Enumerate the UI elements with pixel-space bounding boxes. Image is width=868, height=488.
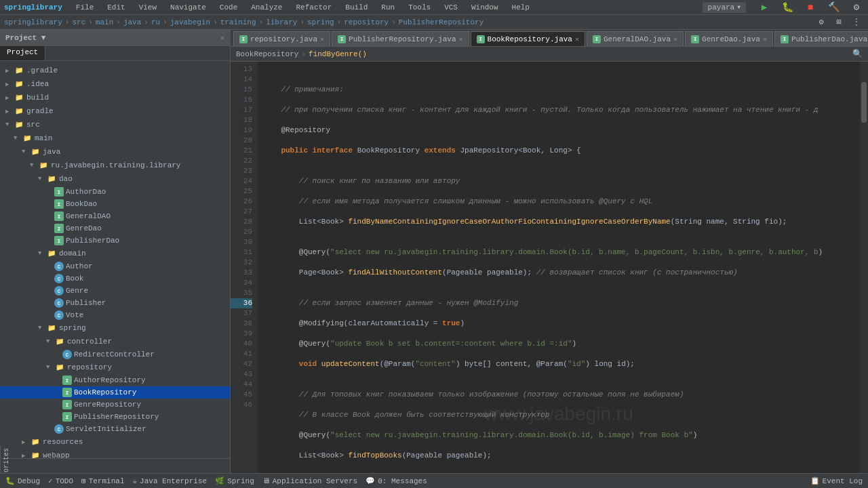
breadcrumb-springlibrary[interactable]: springlibrary bbox=[4, 18, 62, 26]
tree-item-publisher[interactable]: ▶ C Publisher bbox=[0, 297, 230, 309]
tree-item-redirectcontroller[interactable]: ▶ C RedirectController bbox=[0, 348, 230, 361]
menu-vcs[interactable]: VCS bbox=[441, 2, 460, 13]
code-line-17: public interface BookRepository extends … bbox=[263, 146, 854, 156]
breadcrumb-publisher-repository[interactable]: PublisherRepository bbox=[399, 18, 484, 26]
tab-icon-repository: I bbox=[239, 35, 248, 43]
status-debug[interactable]: 🐛 Debug bbox=[5, 476, 40, 485]
breadcrumb-main[interactable]: main bbox=[96, 18, 113, 26]
editor-breadcrumb-method[interactable]: findByGenre() bbox=[309, 50, 367, 58]
status-spring[interactable]: 🌿 Spring bbox=[215, 476, 254, 485]
tree-item-book[interactable]: ▶ C Book bbox=[0, 272, 230, 285]
tree-item-vote[interactable]: ▶ C Vote bbox=[0, 309, 230, 321]
menu-navigate[interactable]: Navigate bbox=[167, 2, 209, 13]
code-line-15: // при получении списка книг - контент д… bbox=[263, 105, 854, 115]
tree-item-package[interactable]: ▼ 📁 ru.javabegin.training.library bbox=[0, 159, 230, 172]
sidebar-bottom-tabs: Favorites bbox=[0, 458, 230, 473]
status-terminal[interactable]: ⊞ Terminal bbox=[81, 476, 124, 485]
menu-file[interactable]: File bbox=[73, 2, 96, 13]
breadcrumb-training[interactable]: training bbox=[220, 18, 256, 26]
tree-item-bookdao[interactable]: ▶ I BookDao bbox=[0, 198, 230, 210]
tree-item-generaldao[interactable]: ▶ I GeneralDAO bbox=[0, 210, 230, 222]
build-button[interactable]: 🔨 bbox=[826, 0, 841, 15]
breadcrumb-library[interactable]: library bbox=[266, 18, 297, 26]
tab-close-book[interactable]: ✕ bbox=[575, 35, 579, 43]
menu-refactor[interactable]: Refactor bbox=[293, 2, 334, 13]
status-app-servers[interactable]: 🖥 Application Servers bbox=[262, 476, 357, 485]
status-todo[interactable]: ✓ TODO bbox=[48, 476, 73, 485]
code-text[interactable]: // примечания: // при получении списка к… bbox=[258, 62, 860, 473]
tree-item-dao[interactable]: ▼ 📁 dao bbox=[0, 172, 230, 186]
menu-build[interactable]: Build bbox=[342, 2, 370, 13]
status-java-enterprise[interactable]: ☕ Java Enterprise bbox=[132, 476, 207, 485]
tree-item-main[interactable]: ▼ 📁 main bbox=[0, 131, 230, 145]
tree-item-author[interactable]: ▶ C Author bbox=[0, 260, 230, 272]
tab-close-publisher[interactable]: ✕ bbox=[459, 35, 463, 43]
breadcrumb-src[interactable]: src bbox=[72, 18, 85, 26]
more-button[interactable]: ⚙ bbox=[849, 0, 864, 15]
tree-item-build[interactable]: ▶ 📁 build bbox=[0, 91, 230, 104]
menu-view[interactable]: View bbox=[136, 2, 159, 13]
menu-window[interactable]: Window bbox=[469, 2, 501, 13]
tree-item-servletinitializer[interactable]: ▶ C ServletInitializer bbox=[0, 423, 230, 435]
tab-close-generaldao[interactable]: ✕ bbox=[673, 35, 677, 43]
editor-tab-genre-dao[interactable]: I GenreDao.java ✕ bbox=[685, 31, 773, 46]
tree-item-publisherdao[interactable]: ▶ I PublisherDao bbox=[0, 235, 230, 247]
tree-item-resources[interactable]: ▶ 📁 resources bbox=[0, 435, 230, 449]
todo-icon: ✓ bbox=[48, 476, 53, 485]
scrollbar-right[interactable] bbox=[860, 62, 868, 473]
tree-item-controller[interactable]: ▼ 📁 controller bbox=[0, 335, 230, 348]
sidebar-tab-project[interactable]: Project bbox=[0, 46, 45, 60]
menu-code[interactable]: Code bbox=[217, 2, 240, 13]
tree-item-idea[interactable]: ▶ 📁 .idea bbox=[0, 77, 230, 91]
settings-icon[interactable]: ⚙ bbox=[814, 15, 829, 30]
breadcrumb-java[interactable]: java bbox=[123, 18, 141, 26]
line-numbers: 13 14 15 16 17 18 19 20 21 22 23 24 25 2… bbox=[231, 62, 258, 473]
run-button[interactable]: ▶ bbox=[757, 0, 772, 15]
tree-item-genre[interactable]: ▶ C Genre bbox=[0, 285, 230, 297]
tree-item-repository[interactable]: ▼ 📁 repository bbox=[0, 361, 230, 374]
status-event-log[interactable]: 📋 Event Log bbox=[810, 476, 863, 485]
menu-help[interactable]: Help bbox=[509, 2, 532, 13]
tree-item-webapp[interactable]: ▶ 📁 webapp bbox=[0, 449, 230, 458]
status-messages[interactable]: 💬 0: Messages bbox=[366, 476, 427, 485]
tab-close-genredao[interactable]: ✕ bbox=[763, 35, 767, 43]
breadcrumb-repository[interactable]: repository bbox=[344, 18, 389, 26]
debug-button[interactable]: 🐛 bbox=[780, 0, 795, 15]
tree-item-gradle2[interactable]: ▶ 📁 gradle bbox=[0, 104, 230, 118]
editor-tab-repository[interactable]: I repository.java ✕ bbox=[233, 31, 330, 46]
tab-close-repository[interactable]: ✕ bbox=[320, 35, 324, 43]
tree-item-publisherrepository[interactable]: ▶ I PublisherRepository bbox=[0, 411, 230, 423]
editor-tab-publisher-repository[interactable]: I PublisherRepository.java ✕ bbox=[332, 31, 469, 46]
tree-item-java[interactable]: ▼ 📁 java bbox=[0, 145, 230, 159]
tree-item-authorrepository[interactable]: ▶ I AuthorRepository bbox=[0, 374, 230, 386]
editor-tab-general-dao[interactable]: I GeneralDAO.java ✕ bbox=[587, 31, 684, 46]
menu-run[interactable]: Run bbox=[378, 2, 397, 13]
tree-item-genrerepository[interactable]: ▶ I GenreRepository bbox=[0, 399, 230, 411]
menu-tools[interactable]: Tools bbox=[406, 2, 433, 13]
tree-item-src[interactable]: ▼ 📁 src bbox=[0, 118, 230, 131]
sidebar-close-icon[interactable]: ✕ bbox=[220, 34, 224, 42]
more-options-icon[interactable]: ⋮ bbox=[849, 15, 864, 30]
editor-breadcrumb-class[interactable]: BookRepository bbox=[236, 50, 298, 58]
breadcrumb-ru[interactable]: ru bbox=[151, 18, 160, 26]
sidebar-bottom-favorites[interactable]: Favorites bbox=[0, 445, 12, 474]
breadcrumb-javabegin[interactable]: javabegin bbox=[170, 18, 210, 26]
tab-icon-book: I bbox=[477, 35, 485, 43]
tree-item-authordao[interactable]: ▶ I AuthorDao bbox=[0, 186, 230, 198]
code-line-26: // если запрос изменяет данные - нужен @… bbox=[263, 298, 854, 308]
run-config[interactable]: payara ▼ bbox=[703, 2, 746, 13]
menu-edit[interactable]: Edit bbox=[104, 2, 127, 13]
stop-button[interactable]: ■ bbox=[803, 0, 818, 15]
expand-icon[interactable]: ⊞ bbox=[831, 15, 846, 30]
tree-item-domain[interactable]: ▼ 📁 domain bbox=[0, 247, 230, 260]
code-editor[interactable]: 13 14 15 16 17 18 19 20 21 22 23 24 25 2… bbox=[231, 62, 868, 473]
tree-item-bookrepository[interactable]: ▶ I BookRepository bbox=[0, 386, 230, 399]
breadcrumb-spring[interactable]: spring bbox=[307, 18, 334, 26]
editor-tab-publisher-dao[interactable]: I PublisherDao.java ✕ bbox=[774, 31, 868, 46]
lens-icon[interactable]: 🔍 bbox=[852, 49, 863, 59]
editor-tab-book-repository[interactable]: I BookRepository.java ✕ bbox=[471, 31, 585, 46]
tree-item-genredao[interactable]: ▶ I GenreDao bbox=[0, 222, 230, 235]
menu-analyze[interactable]: Analyze bbox=[248, 2, 285, 13]
tree-item-gradle[interactable]: ▶ 📁 .gradle bbox=[0, 64, 230, 77]
tree-item-spring[interactable]: ▼ 📁 spring bbox=[0, 321, 230, 335]
